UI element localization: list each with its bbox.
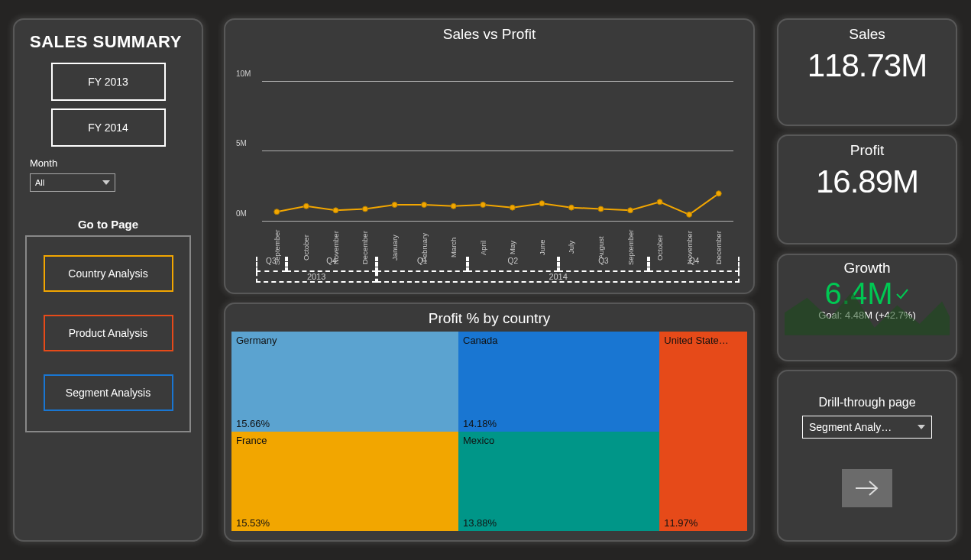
- treemap-title: Profit % by country: [228, 310, 750, 327]
- nav-product-analysis[interactable]: Product Analysis: [44, 315, 173, 351]
- y-tick: 5M: [236, 139, 247, 147]
- drill-through-select[interactable]: Segment Analy…: [802, 416, 932, 439]
- chart-plot-area: 0M 5M 10M: [262, 53, 733, 222]
- svg-point-5: [422, 202, 427, 208]
- profit-line: [262, 53, 733, 222]
- growth-sparkline: [785, 283, 950, 335]
- svg-point-8: [510, 205, 515, 210]
- svg-point-14: [687, 212, 692, 217]
- treemap-cell[interactable]: Canada14.18%: [458, 332, 659, 432]
- year-bracket: 2013: [256, 272, 377, 283]
- quarter-bracket: Q4: [649, 257, 740, 272]
- treemap-cell[interactable]: Mexico13.88%: [458, 432, 659, 532]
- treemap-country: Mexico: [463, 435, 655, 446]
- treemap-country: France: [236, 435, 454, 446]
- svg-point-13: [657, 199, 662, 205]
- quarter-bracket: Q2: [468, 257, 558, 272]
- y-tick: 0M: [236, 209, 247, 218]
- quarter-bracket: Q4: [286, 257, 377, 272]
- year-groups: 20132014: [256, 272, 740, 286]
- quarter-bracket: Q1: [377, 257, 468, 272]
- year-bracket: 2014: [377, 272, 740, 283]
- treemap-area: Germany15.66%France15.53%Canada14.18%Mex…: [231, 332, 747, 531]
- drill-select-value: Segment Analy…: [809, 421, 892, 433]
- treemap-cell[interactable]: France15.53%: [231, 432, 458, 532]
- drill-through-card: Drill-through page Segment Analy…: [777, 370, 957, 542]
- chevron-down-icon: [918, 425, 925, 429]
- sales-card-value: 118.73M: [778, 47, 956, 84]
- svg-point-9: [539, 201, 545, 206]
- nav-country-analysis[interactable]: Country Analysis: [44, 255, 173, 292]
- profit-card-value: 16.89M: [778, 163, 956, 200]
- goto-page-label: Go to Page: [25, 218, 191, 231]
- profit-by-country-treemap[interactable]: Profit % by country Germany15.66%France1…: [224, 303, 755, 542]
- treemap-pct: 11.97%: [664, 517, 698, 529]
- profit-card-label: Profit: [778, 142, 956, 159]
- month-select-value: All: [35, 178, 44, 187]
- quarter-bracket: Q3: [256, 257, 286, 272]
- growth-card: Growth 6.4M Goal: 4.48M (+42.7%): [777, 254, 957, 361]
- nav-box: Country Analysis Product Analysis Segmen…: [25, 235, 191, 432]
- treemap-pct: 13.88%: [463, 517, 497, 529]
- svg-point-6: [451, 203, 456, 209]
- svg-point-11: [598, 206, 604, 212]
- svg-point-0: [274, 209, 280, 215]
- growth-card-label: Growth: [778, 260, 956, 277]
- svg-point-1: [303, 203, 309, 209]
- drill-through-go-button[interactable]: [842, 469, 892, 507]
- treemap-country: United State…: [664, 335, 743, 346]
- month-label: Month: [30, 157, 191, 169]
- drill-through-title: Drill-through page: [778, 396, 956, 409]
- svg-point-12: [628, 208, 633, 213]
- treemap-pct: 15.53%: [236, 517, 270, 529]
- treemap-country: Canada: [463, 335, 655, 346]
- svg-point-15: [716, 191, 721, 196]
- sidebar-title: SALES SUMMARY: [30, 32, 191, 52]
- treemap-pct: 14.18%: [463, 418, 497, 429]
- profit-card: Profit 16.89M: [777, 134, 957, 244]
- chart-top-title: Sales vs Profit: [231, 26, 747, 43]
- sales-card: Sales 118.73M: [777, 18, 957, 126]
- treemap-cell[interactable]: United State…11.97%: [659, 332, 747, 531]
- sales-card-label: Sales: [778, 26, 956, 43]
- treemap-country: Germany: [236, 335, 454, 346]
- treemap-pct: 15.66%: [236, 418, 270, 429]
- svg-point-3: [362, 206, 367, 212]
- svg-point-2: [333, 208, 338, 213]
- svg-marker-16: [785, 292, 950, 335]
- month-select[interactable]: All: [30, 173, 115, 192]
- fy-2013-button[interactable]: FY 2013: [51, 63, 166, 101]
- fy-2014-button[interactable]: FY 2014: [51, 108, 166, 147]
- svg-point-10: [568, 205, 574, 210]
- arrow-right-icon: [854, 479, 880, 497]
- sales-vs-profit-chart[interactable]: Sales vs Profit 0M 5M 10M SeptemberOctob…: [224, 18, 755, 294]
- svg-point-7: [481, 202, 486, 208]
- chevron-down-icon: [102, 180, 110, 185]
- sidebar-panel: SALES SUMMARY FY 2013 FY 2014 Month All …: [13, 18, 203, 542]
- y-tick: 10M: [236, 69, 251, 77]
- quarter-bracket: Q3: [558, 257, 649, 272]
- treemap-cell[interactable]: Germany15.66%: [231, 332, 458, 432]
- svg-point-4: [392, 202, 397, 208]
- nav-segment-analysis[interactable]: Segment Analysis: [44, 374, 173, 411]
